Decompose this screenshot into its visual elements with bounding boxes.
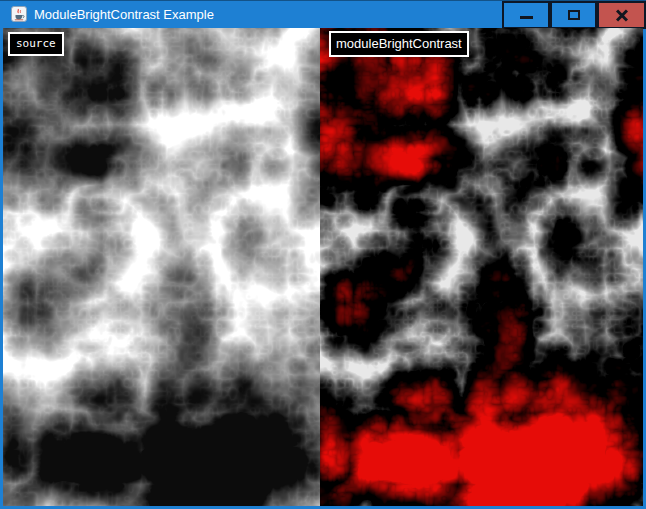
titlebar[interactable]: ModuleBrightContrast Example (0, 0, 646, 28)
source-image-panel: source (3, 28, 320, 506)
window-controls (502, 1, 646, 29)
minimize-icon (520, 16, 533, 19)
window-title: ModuleBrightContrast Example (34, 1, 502, 28)
maximize-icon (568, 10, 580, 20)
close-icon (615, 9, 629, 22)
close-button[interactable] (597, 1, 646, 29)
source-image-canvas (3, 28, 320, 506)
module-output-panel: moduleBrightContrast (320, 28, 643, 506)
image-viewer-content: source moduleBrightContrast (3, 28, 643, 506)
source-image-label: source (8, 32, 64, 56)
java-coffee-icon (11, 6, 27, 22)
module-output-canvas (320, 28, 643, 506)
minimize-button[interactable] (502, 1, 550, 29)
app-window: ModuleBrightContrast Example source modu… (0, 0, 646, 509)
maximize-button[interactable] (550, 1, 597, 29)
module-output-label: moduleBrightContrast (329, 31, 469, 57)
